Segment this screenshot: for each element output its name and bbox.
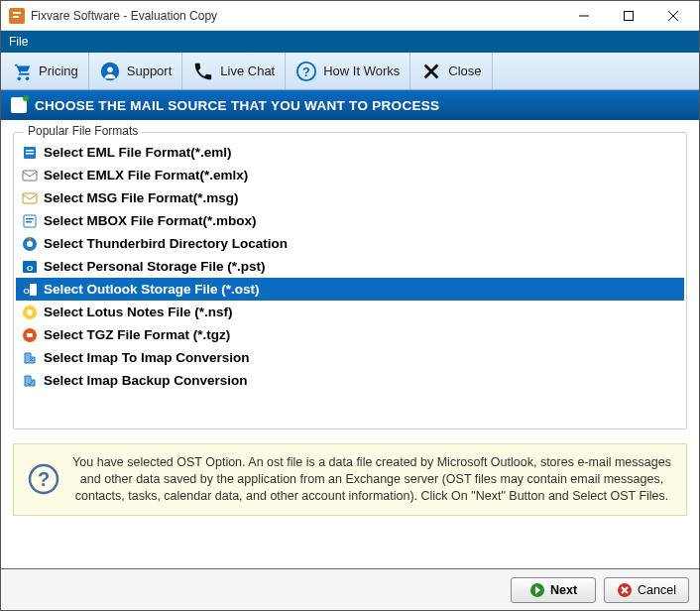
format-icon <box>22 305 38 320</box>
svg-rect-15 <box>26 153 34 155</box>
banner: CHOOSE THE MAIL SOURCE THAT YOU WANT TO … <box>1 90 699 120</box>
window-controls <box>561 1 695 30</box>
info-text: You have selected OST Option. An ost fil… <box>71 454 672 505</box>
content-area: Popular File Formats Select EML File For… <box>1 120 699 568</box>
menu-bar: File <box>1 31 699 53</box>
toolbar-close[interactable]: Close <box>410 53 492 89</box>
format-label: Select MSG File Format(*.msg) <box>44 190 239 205</box>
next-button[interactable]: Next <box>511 577 596 603</box>
format-option[interactable]: OSelect Outlook Storage File (*.ost) <box>16 278 684 301</box>
format-icon <box>22 168 38 183</box>
phone-icon <box>192 61 214 82</box>
format-label: Select TGZ File Format (*.tgz) <box>44 327 230 342</box>
title-bar: Fixvare Software - Evaluation Copy <box>1 1 699 31</box>
minimize-button[interactable] <box>561 1 606 30</box>
footer: Next Cancel <box>1 568 699 610</box>
next-arrow-icon <box>529 582 545 598</box>
format-option[interactable]: OSelect Personal Storage File (*.pst) <box>16 255 684 278</box>
svg-rect-14 <box>26 150 34 152</box>
toolbar-how-label: How It Works <box>323 63 400 78</box>
svg-rect-2 <box>624 11 633 20</box>
format-option[interactable]: Select Thunderbird Directory Location <box>16 232 684 255</box>
toolbar-support[interactable]: Support <box>89 53 183 89</box>
toolbar-close-label: Close <box>448 63 481 78</box>
toolbar-livechat[interactable]: Live Chat <box>182 53 286 89</box>
svg-point-8 <box>107 66 113 72</box>
svg-rect-23 <box>29 237 31 241</box>
format-option[interactable]: Select Imap To Imap Conversion <box>16 346 684 369</box>
format-label: Select Imap To Imap Conversion <box>44 350 250 365</box>
support-icon <box>99 61 121 82</box>
format-option[interactable]: Select MSG File Format(*.msg) <box>16 186 684 209</box>
format-option[interactable]: Select EMLX File Format(*.emlx) <box>16 164 684 186</box>
format-option[interactable]: Select TGZ File Format (*.tgz) <box>16 323 684 346</box>
format-label: Select EML File Format(*.eml) <box>44 145 232 160</box>
svg-text:O: O <box>23 287 29 296</box>
format-icon <box>22 327 38 343</box>
toolbar-pricing[interactable]: Pricing <box>1 53 89 89</box>
document-icon <box>11 97 27 113</box>
toolbar-livechat-label: Live Chat <box>220 63 275 78</box>
svg-text:?: ? <box>38 468 50 490</box>
format-option[interactable]: Select MBOX File Format(*.mbox) <box>16 209 684 232</box>
format-label: Select Personal Storage File (*.pst) <box>44 259 266 274</box>
format-option[interactable]: Select Lotus Notes File (*.nsf) <box>16 301 684 323</box>
svg-point-5 <box>17 76 21 80</box>
format-label: Select Outlook Storage File (*.ost) <box>44 282 260 297</box>
question-icon: ? <box>295 61 317 82</box>
banner-text: CHOOSE THE MAIL SOURCE THAT YOU WANT TO … <box>35 98 439 113</box>
format-option[interactable]: Select Imap Backup Conversion <box>16 369 684 392</box>
format-label: Select Lotus Notes File (*.nsf) <box>44 305 233 319</box>
format-icon: O <box>22 259 38 275</box>
group-legend: Popular File Formats <box>24 124 142 138</box>
svg-rect-32 <box>27 333 33 337</box>
cancel-icon <box>617 582 633 598</box>
svg-rect-17 <box>23 193 37 203</box>
maximize-button[interactable] <box>606 1 650 30</box>
app-icon <box>9 8 25 24</box>
svg-point-22 <box>27 241 33 247</box>
svg-rect-16 <box>23 171 37 181</box>
next-button-label: Next <box>550 583 577 597</box>
toolbar-pricing-label: Pricing <box>39 63 78 78</box>
menu-file[interactable]: File <box>9 35 28 49</box>
toolbar-support-label: Support <box>127 63 173 78</box>
file-formats-group: Popular File Formats Select EML File For… <box>13 132 687 429</box>
svg-text:?: ? <box>302 63 310 78</box>
format-option[interactable]: Select EML File Format(*.eml) <box>16 141 684 164</box>
format-label: Select Thunderbird Directory Location <box>44 236 288 251</box>
svg-point-6 <box>26 76 30 80</box>
close-icon <box>420 61 442 82</box>
format-label: Select Imap Backup Conversion <box>44 373 248 388</box>
format-icon <box>22 373 38 389</box>
svg-point-30 <box>27 309 33 315</box>
toolbar-how[interactable]: ? How It Works <box>286 53 410 89</box>
cart-icon <box>11 61 33 82</box>
format-icon: O <box>22 282 38 298</box>
info-box: ? You have selected OST Option. An ost f… <box>13 443 687 516</box>
svg-rect-19 <box>26 218 34 220</box>
cancel-button-label: Cancel <box>638 583 676 597</box>
format-icon <box>22 236 38 252</box>
info-icon: ? <box>28 463 59 495</box>
format-icon <box>22 190 38 206</box>
format-icon <box>22 213 38 229</box>
format-list: Select EML File Format(*.eml)Select EMLX… <box>16 141 684 392</box>
toolbar: Pricing Support Live Chat ? How It Works… <box>1 53 699 90</box>
svg-text:O: O <box>27 264 33 273</box>
window-title: Fixvare Software - Evaluation Copy <box>31 9 561 23</box>
format-label: Select MBOX File Format(*.mbox) <box>44 213 257 228</box>
format-label: Select EMLX File Format(*.emlx) <box>44 168 248 183</box>
cancel-button[interactable]: Cancel <box>604 577 689 603</box>
svg-rect-20 <box>26 221 32 223</box>
format-icon <box>22 145 38 161</box>
close-window-button[interactable] <box>650 1 695 30</box>
format-icon <box>22 350 38 366</box>
